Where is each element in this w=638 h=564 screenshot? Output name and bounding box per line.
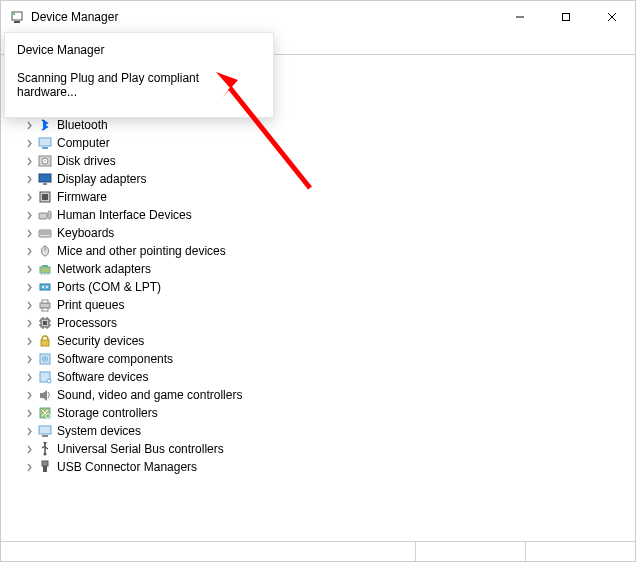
svg-rect-56 bbox=[39, 426, 51, 434]
statusbar-left bbox=[1, 542, 415, 561]
chevron-right-icon[interactable] bbox=[23, 353, 35, 365]
tree-item-label: Sound, video and game controllers bbox=[57, 388, 242, 402]
tree-item[interactable]: Sound, video and game controllers bbox=[9, 386, 635, 404]
chevron-right-icon[interactable] bbox=[23, 119, 35, 131]
tree-item-label: Security devices bbox=[57, 334, 144, 348]
tree-item[interactable]: USB Connector Managers bbox=[9, 458, 635, 476]
tree-item[interactable]: Universal Serial Bus controllers bbox=[9, 440, 635, 458]
network-icon bbox=[37, 261, 53, 277]
chevron-right-icon[interactable] bbox=[23, 461, 35, 473]
usb-icon bbox=[37, 441, 53, 457]
tree-item[interactable]: Processors bbox=[9, 314, 635, 332]
printer-icon bbox=[37, 297, 53, 313]
svg-rect-19 bbox=[39, 213, 47, 219]
tree-item-label: Storage controllers bbox=[57, 406, 158, 420]
tree-item-label: Ports (COM & LPT) bbox=[57, 280, 161, 294]
chevron-right-icon[interactable] bbox=[23, 371, 35, 383]
tree-item-label: Print queues bbox=[57, 298, 124, 312]
chevron-right-icon[interactable] bbox=[23, 191, 35, 203]
tree-item[interactable]: System devices bbox=[9, 422, 635, 440]
chevron-right-icon[interactable] bbox=[23, 299, 35, 311]
svg-rect-10 bbox=[39, 138, 51, 146]
chevron-right-icon[interactable] bbox=[23, 425, 35, 437]
storage-icon bbox=[37, 405, 53, 421]
tree-item[interactable]: Security devices bbox=[9, 332, 635, 350]
device-tree-panel[interactable]: Audio inputs and outputsBatteriesBluetoo… bbox=[1, 76, 635, 541]
svg-rect-4 bbox=[563, 14, 570, 21]
computer-icon bbox=[37, 135, 53, 151]
close-button[interactable] bbox=[589, 1, 635, 33]
svg-point-2 bbox=[13, 13, 15, 15]
svg-rect-31 bbox=[40, 284, 50, 290]
firmware-icon bbox=[37, 189, 53, 205]
svg-rect-60 bbox=[43, 466, 47, 472]
chevron-right-icon[interactable] bbox=[23, 443, 35, 455]
tree-item-label: System devices bbox=[57, 424, 141, 438]
chevron-right-icon[interactable] bbox=[23, 281, 35, 293]
svg-point-33 bbox=[46, 286, 48, 288]
hid-icon bbox=[37, 207, 53, 223]
tree-item[interactable]: Ports (COM & LPT) bbox=[9, 278, 635, 296]
svg-point-58 bbox=[44, 453, 47, 456]
svg-rect-1 bbox=[14, 21, 20, 23]
tree-item[interactable]: Keyboards bbox=[9, 224, 635, 242]
chevron-right-icon[interactable] bbox=[23, 227, 35, 239]
tree-item-label: Firmware bbox=[57, 190, 107, 204]
svg-rect-18 bbox=[42, 194, 48, 200]
svg-point-52 bbox=[47, 379, 51, 383]
tree-item[interactable]: Computer bbox=[9, 134, 635, 152]
tooltip-message: Scanning Plug and Play compliant hardwar… bbox=[17, 71, 261, 99]
security-icon bbox=[37, 333, 53, 349]
chevron-right-icon[interactable] bbox=[23, 407, 35, 419]
svg-rect-34 bbox=[40, 303, 50, 308]
chevron-right-icon[interactable] bbox=[23, 317, 35, 329]
svg-rect-15 bbox=[39, 174, 51, 182]
tree-item-label: Software devices bbox=[57, 370, 148, 384]
swcomp-icon bbox=[37, 351, 53, 367]
tree-item[interactable]: Network adapters bbox=[9, 260, 635, 278]
tree-item[interactable]: Display adapters bbox=[9, 170, 635, 188]
tree-item-label: Mice and other pointing devices bbox=[57, 244, 226, 258]
chevron-right-icon[interactable] bbox=[23, 209, 35, 221]
chevron-right-icon[interactable] bbox=[23, 245, 35, 257]
scan-tooltip: Device Manager Scanning Plug and Play co… bbox=[4, 32, 274, 118]
tree-item-label: USB Connector Managers bbox=[57, 460, 197, 474]
tree-item[interactable]: Human Interface Devices bbox=[9, 206, 635, 224]
system-icon bbox=[37, 423, 53, 439]
svg-rect-20 bbox=[48, 211, 51, 219]
tree-item[interactable]: Software components bbox=[9, 350, 635, 368]
svg-rect-59 bbox=[42, 461, 48, 466]
svg-rect-35 bbox=[42, 300, 48, 303]
usbconn-icon bbox=[37, 459, 53, 475]
sound-icon bbox=[37, 387, 53, 403]
tree-item[interactable]: Storage controllers bbox=[9, 404, 635, 422]
disk-icon bbox=[37, 153, 53, 169]
tree-item-label: Computer bbox=[57, 136, 110, 150]
svg-rect-53 bbox=[40, 393, 43, 398]
svg-point-55 bbox=[46, 414, 50, 418]
chevron-right-icon[interactable] bbox=[23, 389, 35, 401]
display-icon bbox=[37, 171, 53, 187]
tree-item[interactable]: Mice and other pointing devices bbox=[9, 242, 635, 260]
tree-item[interactable]: Bluetooth bbox=[9, 116, 635, 134]
tree-item-label: Universal Serial Bus controllers bbox=[57, 442, 224, 456]
svg-rect-47 bbox=[41, 340, 49, 346]
chevron-right-icon[interactable] bbox=[23, 173, 35, 185]
maximize-button[interactable] bbox=[543, 1, 589, 33]
chevron-right-icon[interactable] bbox=[23, 155, 35, 167]
tree-item[interactable]: Print queues bbox=[9, 296, 635, 314]
svg-point-14 bbox=[44, 160, 46, 162]
svg-rect-38 bbox=[43, 321, 47, 325]
tree-item[interactable]: Software devices bbox=[9, 368, 635, 386]
svg-point-50 bbox=[44, 358, 46, 360]
chevron-right-icon[interactable] bbox=[23, 263, 35, 275]
chevron-right-icon[interactable] bbox=[23, 335, 35, 347]
tree-item[interactable]: Disk drives bbox=[9, 152, 635, 170]
cpu-icon bbox=[37, 315, 53, 331]
chevron-right-icon[interactable] bbox=[23, 137, 35, 149]
tree-item[interactable]: Firmware bbox=[9, 188, 635, 206]
tree-item-label: Human Interface Devices bbox=[57, 208, 192, 222]
tooltip-title: Device Manager bbox=[17, 43, 261, 57]
minimize-button[interactable] bbox=[497, 1, 543, 33]
svg-rect-27 bbox=[42, 265, 48, 267]
